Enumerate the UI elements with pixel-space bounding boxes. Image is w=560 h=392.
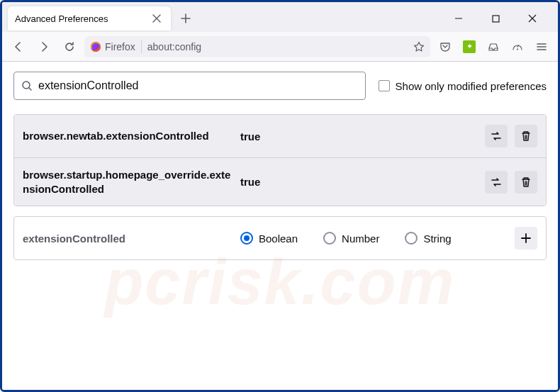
add-pref-name: extensionControlled xyxy=(23,233,232,245)
show-modified-checkbox[interactable]: Show only modified preferences xyxy=(379,80,547,92)
pref-row[interactable]: browser.newtab.extensionControlled true xyxy=(14,115,546,157)
radio-label: String xyxy=(423,233,451,245)
radio-icon xyxy=(405,232,418,245)
toggle-button[interactable] xyxy=(485,125,508,147)
pref-value: true xyxy=(240,176,476,188)
radio-label: Boolean xyxy=(259,233,298,245)
close-tab-icon[interactable] xyxy=(150,11,164,26)
browser-tab[interactable]: Advanced Preferences xyxy=(8,6,171,30)
content-area: Show only modified preferences browser.n… xyxy=(2,62,558,390)
inbox-icon[interactable] xyxy=(483,36,504,57)
separator xyxy=(141,40,142,53)
type-radio-group: Boolean Number String xyxy=(240,232,506,245)
forward-button[interactable] xyxy=(33,36,55,57)
tab-strip: Advanced Preferences xyxy=(2,2,558,32)
toggle-button[interactable] xyxy=(485,171,508,194)
pref-name: browser.newtab.extensionControlled xyxy=(23,129,232,143)
search-box[interactable] xyxy=(13,72,366,100)
checkbox-icon xyxy=(379,80,390,91)
radio-number[interactable]: Number xyxy=(323,232,379,245)
dashboard-icon[interactable] xyxy=(507,36,528,57)
svg-rect-0 xyxy=(493,16,499,22)
pocket-icon[interactable] xyxy=(435,36,456,57)
back-button[interactable] xyxy=(8,36,29,57)
window-maximize[interactable] xyxy=(483,8,508,29)
app-menu-icon[interactable] xyxy=(531,36,552,57)
identity-label: Firefox xyxy=(105,41,135,52)
bookmark-star-icon[interactable] xyxy=(413,41,425,52)
reload-button[interactable] xyxy=(59,36,80,57)
delete-button[interactable] xyxy=(515,125,537,147)
add-pref-row: extensionControlled Boolean Number Strin… xyxy=(13,216,547,260)
checkbox-label: Show only modified preferences xyxy=(396,80,547,92)
delete-button[interactable] xyxy=(515,171,537,194)
identity-box[interactable]: Firefox xyxy=(90,41,135,52)
url-bar[interactable]: Firefox about:config xyxy=(84,36,430,57)
firefox-icon xyxy=(90,41,101,52)
search-icon xyxy=(21,80,33,91)
url-text: about:config xyxy=(147,41,408,52)
preferences-table: browser.newtab.extensionControlled true … xyxy=(13,114,547,206)
pref-value: true xyxy=(240,130,476,142)
window-close[interactable] xyxy=(520,8,545,29)
radio-label: Number xyxy=(342,233,379,245)
radio-boolean[interactable]: Boolean xyxy=(240,232,298,245)
radio-string[interactable]: String xyxy=(405,232,451,245)
radio-icon xyxy=(323,232,336,245)
add-button[interactable] xyxy=(515,227,537,250)
toolbar: Firefox about:config ✦ xyxy=(2,32,558,62)
tab-title: Advanced Preferences xyxy=(15,13,150,24)
pref-name: browser.startup.homepage_override.extens… xyxy=(23,168,232,196)
window-minimize[interactable] xyxy=(446,8,471,29)
radio-icon xyxy=(240,232,253,245)
pref-row[interactable]: browser.startup.homepage_override.extens… xyxy=(14,157,546,206)
search-input[interactable] xyxy=(38,79,358,92)
extension-icon[interactable]: ✦ xyxy=(459,36,480,57)
new-tab-button[interactable] xyxy=(175,8,196,29)
